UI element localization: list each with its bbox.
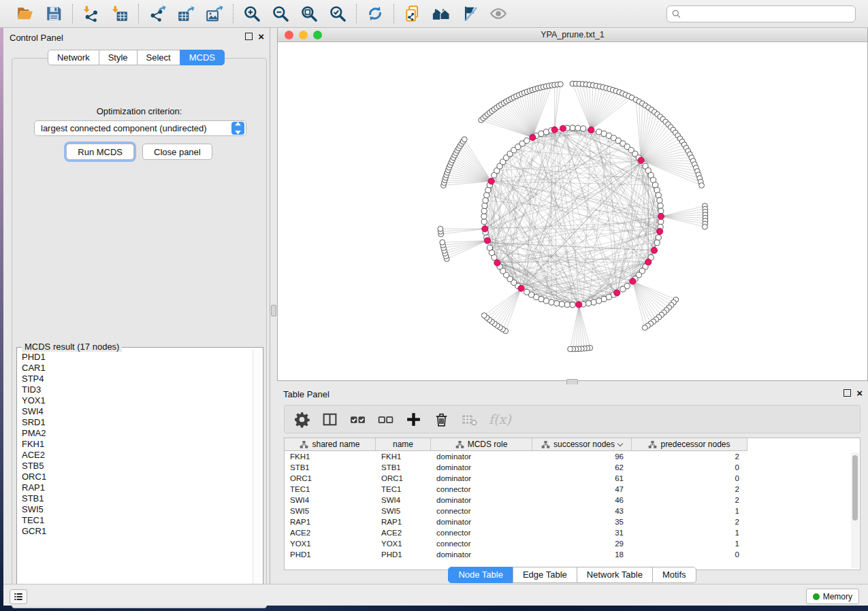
mcds-result-item[interactable]: PHD1 [18,352,252,363]
close-table-panel-icon[interactable]: × [856,389,863,397]
table-row[interactable]: SWI5SWI5connector431 [285,506,860,516]
export-network-button[interactable] [148,4,167,23]
table-panel-title: Table Panel [283,389,329,399]
mcds-result-item[interactable]: TEC1 [18,515,252,526]
export-image-button[interactable] [205,4,224,23]
mcds-result-item[interactable]: ORC1 [18,472,252,482]
table-cell: RAP1 [376,516,431,527]
run-mcds-button[interactable]: Run MCDS [66,144,134,160]
search-input[interactable] [666,5,856,22]
tab-network-table[interactable]: Network Table [577,567,653,583]
tab-edge-table[interactable]: Edge Table [513,567,577,583]
hide-details-button[interactable] [460,4,479,23]
export-table-button[interactable] [176,4,195,23]
mcds-result-item[interactable]: SWI4 [18,406,252,417]
zoom-in-button[interactable] [242,4,261,23]
mcds-result-item[interactable]: TID3 [18,384,252,395]
mcds-result-item[interactable]: ACE2 [18,450,252,461]
table-cell: TEC1 [285,484,376,495]
column-header-MCDS-role[interactable]: MCDS role [431,438,532,451]
mcds-result-item[interactable]: STB5 [18,461,252,472]
task-history-button[interactable] [10,589,27,604]
tab-mcds[interactable]: MCDS [180,50,225,65]
attribute-icon [300,440,308,449]
table-row[interactable]: TEC1TEC1connector472 [285,484,860,495]
duplicate-network-button[interactable] [403,4,422,23]
select-all-button[interactable] [349,410,368,429]
table-cell: dominator [431,549,532,560]
table-cell: 35 [532,516,632,527]
table-row[interactable]: PHD1PHD1dominator180 [285,549,860,560]
tab-network[interactable]: Network [48,50,99,65]
delete-column-button[interactable] [432,410,451,429]
table-cell: connector [431,484,532,495]
tab-motifs[interactable]: Motifs [652,567,696,583]
open-file-icon [16,5,34,22]
table-cell: 2 [632,495,748,506]
control-panel: Control Panel × NetworkStyleSelectMCDS O… [3,28,270,584]
float-table-panel-icon[interactable] [843,389,851,397]
deselect-all-button[interactable] [376,410,396,429]
import-network-button[interactable] [82,4,101,23]
zoom-fit-button[interactable] [300,4,319,23]
table-cell: STB1 [285,462,376,473]
column-header-shared-name[interactable]: shared name [285,438,376,451]
table-row[interactable]: ORC1ORC1dominator610 [285,473,860,484]
list-icon [12,591,25,602]
show-details-button[interactable] [489,4,508,23]
mcds-result-item[interactable]: YOX1 [18,395,252,406]
tab-node-table[interactable]: Node Table [448,567,513,583]
mcds-result-item[interactable]: STB1 [18,493,252,504]
close-panel-button[interactable]: Close panel [142,144,212,160]
column-header-name[interactable]: name [376,438,431,451]
add-column-button[interactable] [404,410,423,429]
column-label: predecessor nodes [660,440,730,449]
mcds-result-item[interactable]: SWI5 [18,504,252,515]
column-label: successor nodes [553,440,615,449]
mcds-result-item[interactable]: RAP1 [18,482,252,493]
zoom-out-icon [272,5,289,22]
mcds-result-item[interactable]: SRD1 [18,417,252,428]
split-panel-button[interactable] [321,410,340,429]
table-row[interactable]: FKH1FKH1dominator962 [285,451,860,462]
table-scrollbar[interactable] [851,452,859,568]
table-row[interactable]: ACE2ACE2connector311 [285,527,860,538]
table-row[interactable]: RAP1RAP1dominator352 [285,516,860,527]
network-canvas[interactable] [278,42,867,380]
network-window-titlebar[interactable]: YPA_prune.txt_1 [278,28,867,42]
open-file-button[interactable] [16,4,35,23]
zoom-selected-button[interactable] [328,4,347,23]
mcds-result-item[interactable]: CAR1 [18,363,252,374]
vertical-splitter-handle[interactable] [271,305,276,316]
mcds-result-item[interactable]: PMA2 [18,428,252,439]
control-panel-tabs: NetworkStyleSelectMCDS [3,50,270,65]
gear-button[interactable] [293,410,312,429]
tab-style[interactable]: Style [99,50,138,65]
memory-button[interactable]: Memory [806,589,859,604]
table-cell: 18 [532,549,632,560]
table-cell: 46 [532,495,632,506]
table-cell: SWI4 [285,495,376,506]
mcds-result-item[interactable]: FKH1 [18,439,252,450]
mcds-result-item[interactable]: STP4 [18,374,252,384]
table-scrollbar-thumb[interactable] [852,455,858,521]
column-header-predecessor-nodes[interactable]: predecessor nodes [632,438,748,451]
save-session-button[interactable] [44,4,63,23]
float-panel-icon[interactable] [245,33,253,40]
table-cell: 61 [532,473,632,484]
mcds-list-scrollbar[interactable] [253,350,261,597]
mcds-result-list[interactable]: PHD1CAR1STP4TID3YOX1SWI4SRD1PMA2FKH1ACE2… [18,352,252,597]
tab-select[interactable]: Select [137,50,180,65]
mcds-result-item[interactable]: GCR1 [18,526,252,537]
zoom-out-button[interactable] [271,4,290,23]
column-header-successor-nodes[interactable]: successor nodes [532,438,632,451]
table-row[interactable]: SWI4SWI4dominator462 [285,495,860,506]
first-neighbors-button[interactable] [432,4,451,23]
close-panel-icon[interactable]: × [258,33,264,40]
table-row[interactable]: STB1STB1dominator620 [285,462,860,473]
table-row[interactable]: YOX1YOX1connector291 [285,538,860,549]
refresh-button[interactable] [366,4,385,23]
mcds-tab-content: Optimization criterion: largest connecte… [12,58,267,608]
import-table-button[interactable] [110,4,129,23]
criterion-select[interactable]: largest connected component (undirected) [34,120,246,136]
